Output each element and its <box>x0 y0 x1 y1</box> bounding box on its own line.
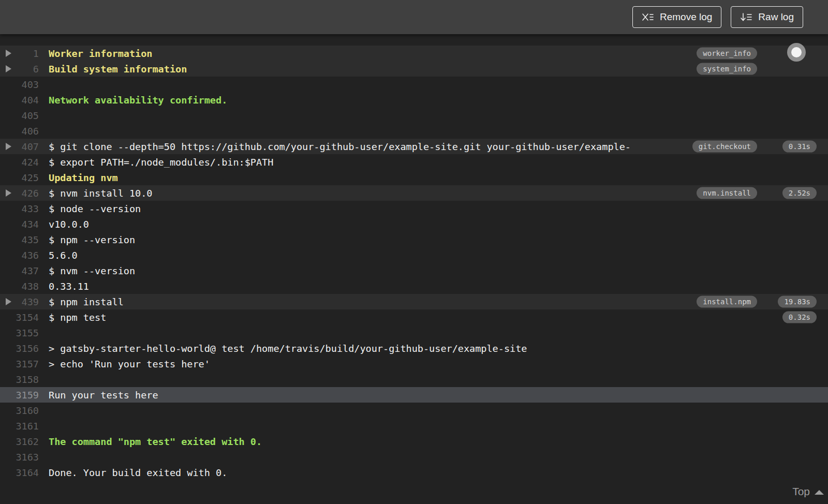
step-tag-badge: nvm.install <box>697 187 757 199</box>
step-tag-badge: worker_info <box>697 48 757 60</box>
line-number[interactable]: 3156 <box>0 343 39 354</box>
line-number[interactable]: 3164 <box>0 467 39 478</box>
line-number[interactable]: 433 <box>0 203 39 214</box>
log-line: 3163 <box>0 449 828 465</box>
scroll-dot-icon <box>791 47 802 57</box>
log-line: 404 Network availability confirmed. <box>0 92 828 108</box>
log-line: 405 <box>0 108 828 123</box>
log-text: v10.0.0 <box>49 219 818 230</box>
remove-log-label: Remove log <box>660 11 712 23</box>
log-line: 3164 Done. Your build exited with 0. <box>0 465 828 480</box>
line-number[interactable]: 3163 <box>0 452 39 463</box>
line-number[interactable]: 438 <box>0 281 39 292</box>
log-text: 5.6.0 <box>49 250 818 261</box>
log-text: Run your tests here <box>49 390 818 401</box>
line-number[interactable]: 3160 <box>0 405 39 416</box>
line-number[interactable]: 3162 <box>0 436 39 447</box>
log-line: 3162 The command "npm test" exited with … <box>0 434 828 449</box>
duration-badge: 0.31s <box>782 141 817 153</box>
log-text: The command "npm test" exited with 0. <box>49 436 818 447</box>
log-text: 0.33.11 <box>49 281 818 292</box>
remove-log-icon <box>642 12 654 22</box>
line-number[interactable]: 3158 <box>0 374 39 385</box>
line-number[interactable]: 406 <box>0 126 39 137</box>
log-line: 3157 > echo 'Run your tests here' <box>0 356 828 372</box>
log-text: > gatsby-starter-hello-world@ test /home… <box>49 343 818 354</box>
log-line: 3160 <box>0 403 828 418</box>
log-line: 3158 <box>0 372 828 387</box>
fold-toggle-icon[interactable] <box>6 50 11 57</box>
line-number[interactable]: 403 <box>0 79 39 90</box>
duration-badge: 2.52s <box>782 187 817 199</box>
log-line: 439 $ npm install install.npm 19.83s <box>0 294 828 309</box>
log-line: 3156 > gatsby-starter-hello-world@ test … <box>0 340 828 356</box>
log-text: $ export PATH=./node_modules/.bin:$PATH <box>49 157 818 168</box>
log-line: 424 $ export PATH=./node_modules/.bin:$P… <box>0 154 828 170</box>
log-text: $ npm --version <box>49 234 818 245</box>
log-line: 3159 Run your tests here <box>0 387 828 403</box>
log-line: 407 $ git clone --depth=50 https://githu… <box>0 139 828 154</box>
raw-log-button[interactable]: Raw log <box>731 6 803 28</box>
log-line: 3155 <box>0 325 828 340</box>
line-number[interactable]: 3157 <box>0 359 39 369</box>
remove-log-button[interactable]: Remove log <box>632 6 721 28</box>
log-text: > echo 'Run your tests here' <box>49 359 818 369</box>
fold-toggle-icon[interactable] <box>6 298 11 305</box>
log-text: $ nvm --version <box>49 265 818 276</box>
step-tag-badge: system_info <box>697 63 757 75</box>
line-number[interactable]: 425 <box>0 172 39 183</box>
line-number[interactable]: 405 <box>0 110 39 121</box>
line-number[interactable]: 3155 <box>0 328 39 338</box>
scroll-position-handle[interactable] <box>787 43 806 62</box>
line-number[interactable]: 435 <box>0 234 39 245</box>
line-number[interactable]: 434 <box>0 219 39 230</box>
log-line: 6 Build system information system_info <box>0 61 828 77</box>
fold-toggle-icon[interactable] <box>6 189 11 197</box>
log-line: 437 $ nvm --version <box>0 263 828 278</box>
log-text: $ node --version <box>49 203 818 214</box>
scroll-to-top-link[interactable]: Top <box>792 485 824 498</box>
log-text: $ npm test <box>49 312 818 323</box>
step-tag-badge: git.checkout <box>692 141 757 153</box>
log-line: 406 <box>0 123 828 139</box>
log-line: 403 <box>0 77 828 92</box>
line-number[interactable]: 424 <box>0 157 39 168</box>
line-number[interactable]: 3161 <box>0 421 39 432</box>
log-lines: 1 Worker information worker_info 6 Build… <box>0 46 828 480</box>
log-line: 3161 <box>0 418 828 434</box>
log-text: Network availability confirmed. <box>49 95 818 106</box>
fold-toggle-icon[interactable] <box>6 65 11 72</box>
line-number[interactable]: 3159 <box>0 390 39 401</box>
log-line: 426 $ nvm install 10.0 nvm.install 2.52s <box>0 185 828 201</box>
line-number[interactable]: 437 <box>0 265 39 276</box>
log-line: 435 $ npm --version <box>0 232 828 247</box>
log-line: 425 Updating nvm <box>0 170 828 185</box>
log-line: 434 v10.0.0 <box>0 216 828 232</box>
line-number[interactable]: 436 <box>0 250 39 261</box>
top-link-label: Top <box>792 485 810 498</box>
line-number[interactable]: 404 <box>0 95 39 106</box>
fold-toggle-icon[interactable] <box>6 143 11 150</box>
raw-log-label: Raw log <box>758 11 794 23</box>
log-toolbar: Remove log Raw log <box>0 0 828 34</box>
log-text: Done. Your build exited with 0. <box>49 467 818 478</box>
log-text: Updating nvm <box>49 172 818 183</box>
raw-log-icon <box>740 12 752 22</box>
duration-badge: 19.83s <box>778 296 817 308</box>
arrow-up-icon <box>815 490 824 495</box>
step-tag-badge: install.npm <box>697 296 757 308</box>
line-number[interactable]: 3154 <box>0 312 39 323</box>
log-line: 3154 $ npm test 0.32s <box>0 309 828 325</box>
duration-badge: 0.32s <box>782 312 817 323</box>
log-line: 433 $ node --version <box>0 201 828 216</box>
log-line: 438 0.33.11 <box>0 278 828 294</box>
log-line: 1 Worker information worker_info <box>0 46 828 61</box>
log-line: 436 5.6.0 <box>0 247 828 263</box>
log-view: 1 Worker information worker_info 6 Build… <box>0 34 828 480</box>
